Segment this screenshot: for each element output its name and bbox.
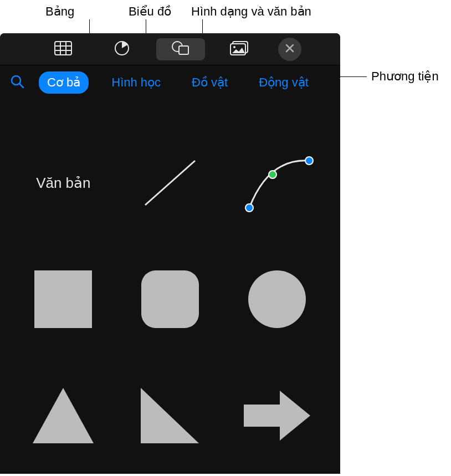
svg-line-15: [145, 161, 195, 205]
media-button[interactable]: [215, 38, 264, 60]
callout-shapes-text-label: Hình dạng và văn bản: [191, 4, 311, 19]
category-row: Cơ bả Hình học Đồ vật Động vật Tự: [0, 65, 340, 100]
circle-icon: [247, 269, 308, 330]
svg-point-16: [245, 204, 253, 212]
search-icon[interactable]: [10, 74, 24, 91]
category-geometry[interactable]: Hình học: [103, 71, 169, 94]
category-animals[interactable]: Động vật: [250, 71, 317, 94]
shapes-icon: [171, 40, 190, 58]
svg-point-18: [305, 157, 313, 165]
shape-right-triangle[interactable]: [129, 382, 212, 449]
rounded-square-icon: [140, 269, 201, 330]
svg-point-10: [233, 46, 235, 48]
media-icon: [230, 41, 249, 58]
category-objects[interactable]: Đồ vật: [183, 71, 236, 94]
svg-point-17: [269, 171, 276, 178]
shape-curve[interactable]: [235, 150, 319, 216]
curve-icon: [238, 150, 316, 216]
square-icon: [33, 269, 94, 330]
shape-arrow[interactable]: [235, 382, 319, 449]
svg-marker-23: [141, 388, 199, 443]
triangle-icon: [30, 385, 96, 446]
chart-button[interactable]: [98, 38, 146, 60]
pie-chart-icon: [114, 40, 130, 58]
svg-marker-24: [244, 391, 310, 441]
shape-rounded-square[interactable]: [129, 266, 212, 332]
table-icon: [54, 41, 72, 58]
right-triangle-icon: [138, 385, 202, 446]
shape-text[interactable]: Văn bản: [22, 150, 105, 216]
shapes-grid: Văn bản: [0, 100, 340, 460]
callout-media-label: Phương tiện: [371, 69, 439, 84]
shape-square[interactable]: [22, 266, 105, 332]
shape-triangle[interactable]: [22, 382, 105, 449]
shape-line[interactable]: [129, 150, 212, 216]
svg-point-21: [248, 270, 306, 328]
svg-line-14: [19, 84, 23, 88]
callout-chart-label: Biểu đồ: [129, 4, 171, 19]
svg-rect-19: [34, 270, 92, 328]
insert-panel: Cơ bả Hình học Đồ vật Động vật Tự Văn bả…: [0, 33, 340, 474]
toolbar: [0, 33, 340, 65]
shapes-button[interactable]: [156, 38, 205, 60]
category-basic[interactable]: Cơ bả: [39, 71, 89, 94]
line-icon: [137, 150, 203, 216]
close-icon: [285, 44, 294, 55]
svg-rect-0: [55, 42, 71, 55]
category-nature[interactable]: Tự: [331, 71, 340, 94]
callout-table-label: Bảng: [45, 4, 74, 19]
svg-marker-22: [33, 388, 94, 443]
svg-rect-20: [141, 270, 199, 328]
svg-rect-7: [179, 46, 188, 54]
close-button[interactable]: [278, 38, 301, 61]
table-button[interactable]: [39, 38, 88, 60]
arrow-icon: [241, 388, 313, 443]
shape-circle[interactable]: [235, 266, 319, 332]
